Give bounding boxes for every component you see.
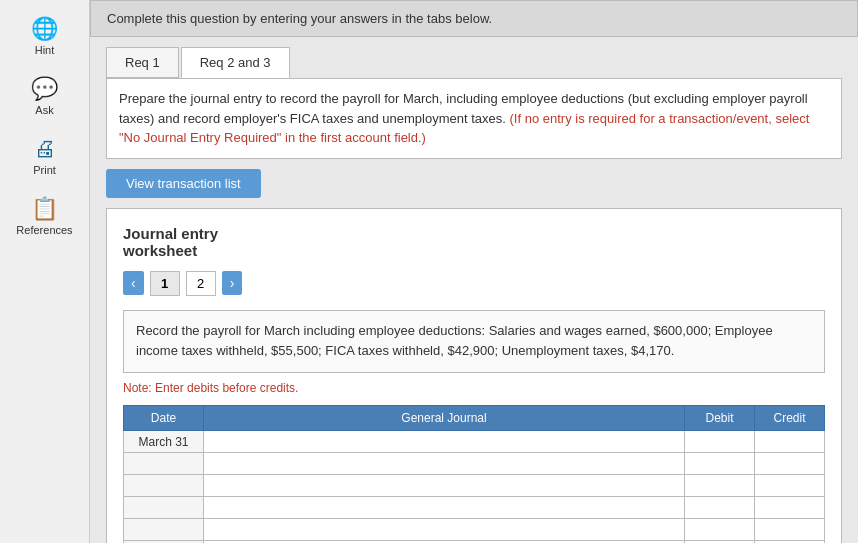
debit-input-4[interactable] (685, 519, 754, 540)
references-label: References (16, 224, 72, 236)
credit-cell-1[interactable] (755, 453, 825, 475)
main-content: Complete this question by entering your … (90, 0, 858, 543)
date-cell-0: March 31 (124, 431, 204, 453)
journal-input-0[interactable] (204, 431, 684, 452)
worksheet-title: Journal entry worksheet (123, 225, 825, 259)
col-header-date: Date (124, 406, 204, 431)
date-cell-2 (124, 475, 204, 497)
date-cell-3 (124, 497, 204, 519)
col-header-debit: Debit (685, 406, 755, 431)
worksheet-card: Journal entry worksheet ‹ 1 2 › Record t… (106, 208, 842, 544)
pagination: ‹ 1 2 › (123, 271, 825, 296)
debit-input-1[interactable] (685, 453, 754, 474)
credit-input-2[interactable] (755, 475, 824, 496)
note-text: Note: Enter debits before credits. (123, 381, 825, 395)
journal-cell-0[interactable] (204, 431, 685, 453)
journal-cell-4[interactable] (204, 519, 685, 541)
col-header-journal: General Journal (204, 406, 685, 431)
prev-page-button[interactable]: ‹ (123, 271, 144, 295)
table-row: March 31 (124, 431, 825, 453)
ask-icon: 💬 (31, 76, 58, 102)
instruction-bar: Complete this question by entering your … (90, 0, 858, 37)
view-transaction-button[interactable]: View transaction list (106, 169, 261, 198)
print-icon: 🖨 (34, 136, 56, 162)
tab-req23[interactable]: Req 2 and 3 (181, 47, 290, 78)
sidebar-item-references[interactable]: 📋 References (5, 190, 85, 242)
table-row (124, 453, 825, 475)
credit-cell-0[interactable] (755, 431, 825, 453)
hint-icon: 🌐 (31, 16, 58, 42)
table-row (124, 475, 825, 497)
debit-cell-2[interactable] (685, 475, 755, 497)
credit-input-3[interactable] (755, 497, 824, 518)
description-text: Record the payroll for March including e… (136, 323, 773, 359)
sidebar-item-print[interactable]: 🖨 Print (5, 130, 85, 182)
credit-cell-3[interactable] (755, 497, 825, 519)
debit-cell-4[interactable] (685, 519, 755, 541)
page-2[interactable]: 2 (186, 271, 216, 296)
table-row (124, 497, 825, 519)
table-row (124, 519, 825, 541)
date-cell-4 (124, 519, 204, 541)
journal-cell-2[interactable] (204, 475, 685, 497)
question-text: Prepare the journal entry to record the … (119, 89, 829, 148)
sidebar-item-hint[interactable]: 🌐 Hint (5, 10, 85, 62)
references-icon: 📋 (31, 196, 58, 222)
ask-label: Ask (35, 104, 53, 116)
credit-cell-2[interactable] (755, 475, 825, 497)
credit-input-0[interactable] (755, 431, 824, 452)
journal-input-4[interactable] (204, 519, 684, 540)
journal-table: Date General Journal Debit Credit March … (123, 405, 825, 543)
journal-input-2[interactable] (204, 475, 684, 496)
tabs-container: Req 1 Req 2 and 3 (90, 37, 858, 78)
debit-input-0[interactable] (685, 431, 754, 452)
sidebar-item-ask[interactable]: 💬 Ask (5, 70, 85, 122)
date-cell-1 (124, 453, 204, 475)
next-page-button[interactable]: › (222, 271, 243, 295)
description-box: Record the payroll for March including e… (123, 310, 825, 374)
question-area: Prepare the journal entry to record the … (106, 78, 842, 159)
print-label: Print (33, 164, 56, 176)
journal-cell-1[interactable] (204, 453, 685, 475)
hint-label: Hint (35, 44, 55, 56)
sidebar: 🌐 Hint 💬 Ask 🖨 Print 📋 References (0, 0, 90, 543)
debit-cell-0[interactable] (685, 431, 755, 453)
journal-input-1[interactable] (204, 453, 684, 474)
debit-input-3[interactable] (685, 497, 754, 518)
tab-req1[interactable]: Req 1 (106, 47, 179, 78)
journal-input-3[interactable] (204, 497, 684, 518)
debit-cell-1[interactable] (685, 453, 755, 475)
credit-input-4[interactable] (755, 519, 824, 540)
journal-cell-3[interactable] (204, 497, 685, 519)
credit-input-1[interactable] (755, 453, 824, 474)
debit-input-2[interactable] (685, 475, 754, 496)
debit-cell-3[interactable] (685, 497, 755, 519)
col-header-credit: Credit (755, 406, 825, 431)
credit-cell-4[interactable] (755, 519, 825, 541)
page-1[interactable]: 1 (150, 271, 180, 296)
instruction-text: Complete this question by entering your … (107, 11, 492, 26)
